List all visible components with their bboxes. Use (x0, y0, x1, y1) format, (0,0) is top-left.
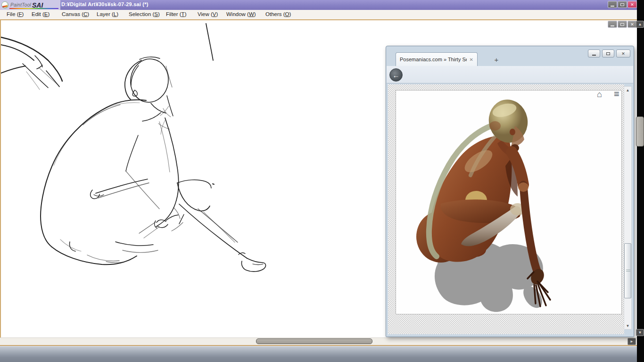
sai-close-button[interactable]: ✕ (627, 1, 637, 8)
browser-navbar: › www.posemaniacs.com/thirtysecond ▼ ↻ ⌂… (387, 66, 633, 83)
sai-canvas-border-left (0, 20, 1, 337)
browser-close-button[interactable]: ✕ (616, 49, 630, 58)
minimize-icon (611, 25, 614, 26)
maximize-icon (606, 52, 610, 55)
menu-window[interactable]: Window (W) (226, 11, 256, 17)
sai-logo-rainbow-underline (9, 8, 58, 9)
sai-vertical-scrollbar-thumb[interactable] (636, 116, 644, 147)
tab-title: Posemaniacs.com » Thirty Sec... (400, 57, 467, 62)
desktop-screen: ► ▲ ▼ PaintTool SAI D:¥Digital Art¥30s¥s… (0, 0, 644, 362)
back-button[interactable]: ← (389, 68, 403, 82)
document-restore-button[interactable] (618, 21, 627, 28)
sai-minimize-button[interactable] (608, 1, 617, 8)
scroll-down-arrow-icon[interactable]: ▼ (624, 322, 631, 329)
browser-vscrollbar-thumb[interactable] (624, 243, 631, 298)
menu-others[interactable]: Others (O) (265, 11, 291, 17)
restore-icon (620, 3, 624, 6)
browser-content: ◄ ► ||| (388, 84, 624, 334)
sai-scroll-up-arrow-icon[interactable]: ▲ (636, 21, 644, 28)
menu-layer[interactable]: Layer (L) (97, 11, 118, 17)
scroll-up-arrow-icon[interactable]: ▲ (624, 87, 631, 93)
pose-image-panel (396, 90, 622, 314)
home-icon[interactable]: ⌂ (597, 90, 602, 99)
close-icon: ✕ (630, 22, 634, 27)
sai-brand-name: PaintTool (10, 2, 31, 8)
sai-document-title: D:¥Digital Art¥30s¥sk-07-29.sai (*) (61, 1, 149, 7)
pose-figure-render (396, 90, 622, 315)
menu-edit[interactable]: Edit (E) (32, 11, 50, 17)
minimize-icon (611, 6, 614, 7)
close-icon: ✕ (621, 51, 625, 56)
new-tab-button[interactable]: + (491, 55, 502, 64)
document-close-button[interactable]: ✕ (627, 21, 637, 28)
sai-scroll-down-arrow-icon[interactable]: ▼ (636, 329, 644, 336)
browser-window: ✕ Posemaniacs.com » Thirty Sec... ✕ + › … (386, 46, 634, 337)
menu-selection[interactable]: Selection (S) (129, 11, 160, 17)
close-icon: ✕ (630, 2, 634, 7)
browser-tab[interactable]: Posemaniacs.com » Thirty Sec... ✕ (396, 52, 478, 66)
sai-titlebar[interactable]: PaintTool SAI D:¥Digital Art¥30s¥sk-07-2… (0, 0, 644, 10)
minimize-icon (592, 55, 596, 56)
menu-view[interactable]: View (V) (198, 11, 218, 17)
sai-horizontal-scrollbar-thumb[interactable] (256, 338, 372, 344)
menu-canvas[interactable]: Canvas (C) (62, 11, 89, 17)
screen-edge-black-strip (637, 0, 644, 362)
sai-restore-button[interactable] (618, 1, 627, 8)
taskbar: PT ? ▼ ▲ 23:38 (0, 346, 644, 362)
browser-maximize-button[interactable] (602, 49, 614, 58)
sai-menubar: File (F) Edit (E) Canvas (C) Layer (L) S… (0, 10, 644, 19)
browser-minimize-button[interactable] (588, 49, 600, 58)
sai-logo-icon (1, 1, 8, 8)
menu-file[interactable]: File (F) (7, 11, 24, 17)
document-minimize-button[interactable] (608, 21, 617, 28)
hamburger-menu-icon[interactable]: ≡ (614, 89, 619, 99)
sai-canvas-border (0, 19, 637, 20)
restore-icon (620, 23, 624, 26)
menu-filter[interactable]: Filter (T) (166, 11, 186, 17)
sai-scroll-right-arrow-icon[interactable]: ► (627, 338, 636, 345)
scrollbar-grip (626, 270, 630, 272)
back-arrow-icon: ← (393, 71, 400, 79)
tab-close-icon[interactable]: ✕ (470, 57, 473, 62)
